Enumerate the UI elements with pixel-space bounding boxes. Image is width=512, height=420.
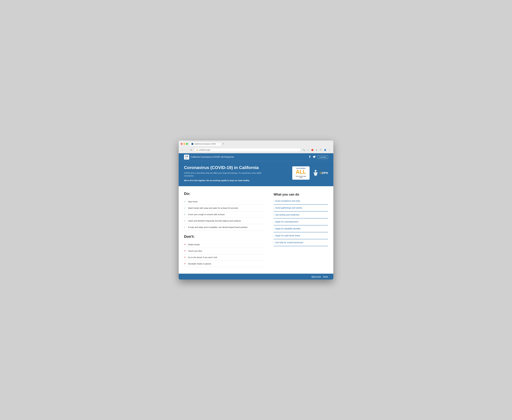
dont-item-text-2: Touch your face [188, 250, 202, 252]
do-item-text-4: Clean and disinfect frequently touched o… [188, 220, 241, 222]
toolbar-icons: 🔍 ☆ 🔴 ● ⓘ 👤 ⋮ [302, 148, 331, 152]
facebook-icon[interactable] [308, 155, 311, 159]
badge-all: ALL [294, 169, 308, 174]
dont-item-text-1: Shake hands [188, 243, 200, 246]
dont-item-3: ✕ Go to the doctor if you aren't sick [184, 254, 266, 261]
site-footer: Back to top Home [179, 274, 333, 279]
chevron-icon-5: › [274, 228, 274, 230]
account-icon[interactable]: 👤 [323, 148, 327, 152]
svg-point-0 [315, 170, 316, 172]
active-tab[interactable]: California Coronavirus COVID- ✕ [189, 142, 221, 146]
what-you-can-do-title: What you can do [274, 193, 328, 196]
cross-icon-2: ✕ [184, 250, 187, 252]
tab-title: California Coronavirus COVID- [194, 143, 216, 145]
do-item-text-3: Cover your cough or sneeze with a tissue [188, 213, 225, 216]
hero-section: Coronavirus (COVID-19) in California COV… [179, 161, 333, 186]
hero-tagline: We're all in this together. We are worki… [184, 180, 261, 181]
hero-description: COVID-19 is a new illness that can affec… [184, 172, 261, 177]
url-text: covid19.ca.gov [199, 149, 211, 151]
browser-chrome: California Coronavirus COVID- ✕ + ← → ↻ … [179, 141, 333, 153]
main-content: Do: ✓ Stay home ✓ Wash hands with soap a… [179, 186, 333, 274]
action-link-text-4: Apply for unemployment [275, 221, 298, 223]
action-link-text-1: Know symptoms and risks [275, 200, 300, 202]
chevron-icon-6: › [274, 235, 274, 237]
tab-bar: California Coronavirus COVID- ✕ + [189, 142, 331, 146]
do-item-2: ✓ Wash hands with soap and water for at … [184, 205, 266, 211]
close-button[interactable] [181, 143, 182, 145]
left-column: Do: ✓ Stay home ✓ Wash hands with soap a… [184, 192, 266, 267]
tab-close-button[interactable]: ✕ [217, 143, 219, 145]
do-item-5: ✓ If soap and water aren't available, us… [184, 224, 266, 231]
tab-favicon [191, 143, 193, 145]
cdph-logo: CDPH [312, 170, 328, 176]
menu-icon[interactable]: ⋮ [327, 148, 331, 152]
browser-toolbar: ← → ↻ 🔒 covid19.ca.gov 🔍 ☆ 🔴 ● ⓘ 👤 ⋮ [181, 147, 331, 153]
cross-icon-3: ✕ [184, 256, 187, 259]
forward-button[interactable]: → [185, 148, 189, 152]
chevron-icon-1: › [274, 200, 274, 202]
header-social: Translate [308, 155, 328, 159]
profile-icon[interactable]: ● [315, 148, 318, 152]
ca-logo-text: CA [185, 155, 188, 158]
action-link-5[interactable]: › Apply for disability benefits [274, 225, 328, 232]
do-section-title: Do: [184, 192, 266, 196]
do-item-4: ✓ Clean and disinfect frequently touched… [184, 218, 266, 224]
chevron-icon-7: › [274, 241, 274, 244]
cdph-c: C [320, 171, 322, 175]
site-content: CA GOV California Coronavirus (COVID-19)… [179, 153, 333, 279]
california-all-badge: CALIFORNIA ALL Your Actions Save Lives [292, 166, 310, 180]
action-link-3[interactable]: › Get testing and treatment [274, 211, 328, 218]
do-item-text-1: Stay home [188, 201, 198, 203]
translate-button[interactable]: Translate [317, 155, 328, 159]
search-icon[interactable]: 🔍 [302, 148, 306, 152]
cross-icon-4: ✕ [184, 262, 187, 265]
action-link-7[interactable]: › Get help for small businesses [274, 239, 328, 246]
maximize-button[interactable] [186, 143, 188, 145]
do-item-text-5: If soap and water aren't available, use … [188, 226, 248, 228]
action-link-4[interactable]: › Apply for unemployment [274, 218, 328, 225]
titlebar: California Coronavirus COVID- ✕ + [181, 142, 331, 146]
check-icon-3: ✓ [184, 213, 187, 216]
cdph-figure-icon [312, 170, 319, 176]
home-link[interactable]: Home [323, 276, 328, 278]
cdph-text: CDPH [320, 171, 328, 175]
dont-item-text-4: Stockpile masks or gloves [188, 262, 211, 265]
nav-buttons: ← → ↻ [181, 148, 193, 152]
ca-gov-logo[interactable]: CA GOV [184, 155, 189, 159]
twitter-icon[interactable] [313, 155, 316, 159]
check-icon-5: ✓ [184, 226, 187, 228]
minimize-button[interactable] [183, 143, 185, 145]
address-bar[interactable]: 🔒 covid19.ca.gov [194, 148, 301, 152]
action-link-6[interactable]: › Apply for paid family leave [274, 232, 328, 239]
chevron-icon-2: › [274, 207, 274, 209]
cross-icon-1: ✕ [184, 243, 187, 246]
hero-text: Coronavirus (COVID-19) in California COV… [184, 165, 261, 181]
action-link-2[interactable]: › Avoid gatherings and events [274, 205, 328, 211]
site-logo-area: CA GOV California Coronavirus (COVID-19)… [184, 155, 234, 159]
do-item-1: ✓ Stay home [184, 198, 266, 205]
action-link-text-2: Avoid gatherings and events [275, 207, 302, 209]
back-button[interactable]: ← [181, 148, 185, 152]
action-link-text-5: Apply for disability benefits [275, 227, 301, 230]
refresh-button[interactable]: ↻ [189, 148, 193, 152]
badge-subtitle: Your Actions Save Lives [294, 175, 308, 178]
back-to-top-link[interactable]: Back to top [312, 276, 321, 278]
browser-window: California Coronavirus COVID- ✕ + ← → ↻ … [179, 141, 333, 279]
traffic-lights [181, 143, 188, 145]
action-link-1[interactable]: › Know symptoms and risks [274, 198, 328, 205]
hero-title: Coronavirus (COVID-19) in California [184, 165, 261, 170]
action-link-text-6: Apply for paid family leave [275, 234, 300, 237]
chevron-icon-3: › [274, 214, 274, 216]
bookmark-icon[interactable]: ☆ [306, 148, 310, 152]
dont-section-title: Don't: [184, 234, 266, 239]
site-header: CA GOV California Coronavirus (COVID-19)… [179, 153, 333, 161]
dont-item-text-3: Go to the doctor if you aren't sick [188, 256, 217, 258]
do-item-text-2: Wash hands with soap and water for at le… [188, 207, 238, 209]
cdph-dph: DPH [322, 171, 328, 175]
check-icon-1: ✓ [184, 200, 187, 203]
new-tab-button[interactable]: + [222, 142, 225, 146]
extension-icon[interactable]: 🔴 [310, 148, 314, 152]
info-icon[interactable]: ⓘ [319, 148, 323, 152]
dont-item-2: ✕ Touch your face [184, 248, 266, 254]
action-link-text-7: Get help for small businesses [275, 241, 303, 244]
